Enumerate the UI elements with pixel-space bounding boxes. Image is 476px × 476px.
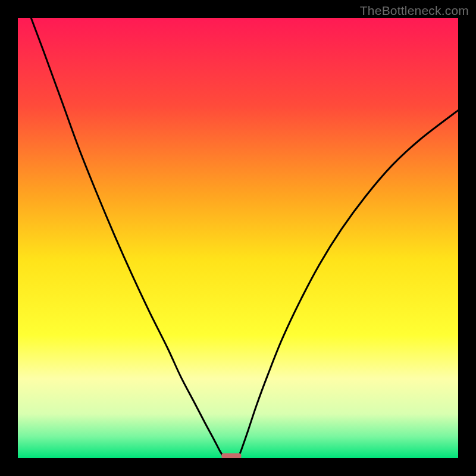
watermark-text: TheBottleneck.com (360, 4, 469, 18)
chart-svg (18, 18, 458, 458)
chart-frame: TheBottleneck.com (0, 0, 476, 476)
plot-area (18, 18, 458, 458)
gradient-background (18, 18, 458, 458)
bottleneck-marker (221, 453, 241, 458)
